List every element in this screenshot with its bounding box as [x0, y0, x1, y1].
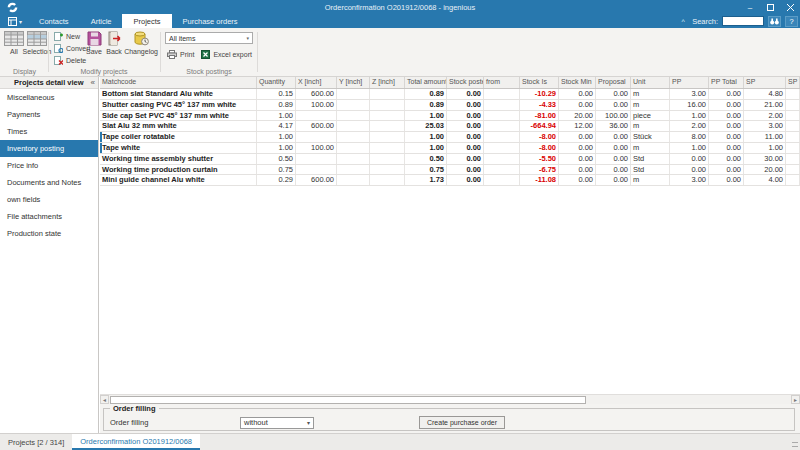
minimize-button[interactable]: – — [740, 0, 760, 14]
sidebar-item-price-info[interactable]: Price info — [0, 157, 98, 174]
scroll-right-button[interactable]: ► — [791, 395, 800, 404]
cell-z — [370, 154, 405, 164]
column-header-stock_min[interactable]: Stock Min — [559, 77, 596, 88]
column-header-y[interactable]: Y [inch] — [337, 77, 370, 88]
cell-z — [370, 100, 405, 110]
cell-pp_total: 0.00 — [709, 121, 744, 131]
column-header-proposal[interactable]: Proposal — [596, 77, 631, 88]
new-button[interactable]: New — [54, 31, 91, 42]
application-menu-button[interactable]: ▾ — [0, 14, 28, 28]
cell-sp: 21.00 — [744, 100, 786, 110]
column-header-matchcode[interactable]: Matchcode — [100, 77, 257, 88]
cell-total: 0.89 — [405, 100, 447, 110]
table-row[interactable]: Side cap Set PVC 45° 137 mm white1.001.0… — [100, 111, 800, 122]
collapse-sidebar-icon[interactable]: « — [91, 78, 95, 87]
sidebar-item-production-state[interactable]: Production state — [0, 225, 98, 242]
cell-pp_total: 0.00 — [709, 175, 744, 185]
column-header-stock_is[interactable]: Stock Is — [520, 77, 559, 88]
sidebar-item-miscellaneous[interactable]: Miscellaneous — [0, 89, 98, 106]
sidebar-item-payments[interactable]: Payments — [0, 106, 98, 123]
menu-bar: ▾ ContactsArticleProjectsPurchase orders… — [0, 14, 800, 28]
table-row[interactable]: Tape white1.00100.001.000.00-8.000.000.0… — [100, 143, 800, 154]
all-button[interactable]: All — [4, 28, 24, 66]
search-input[interactable] — [722, 16, 764, 26]
convert-button[interactable]: Convert — [54, 43, 91, 54]
maximize-button[interactable] — [760, 0, 780, 14]
cell-stock_min: 0.00 — [559, 132, 596, 142]
cell-proposal: 0.00 — [596, 143, 631, 153]
sidebar-item-times[interactable]: Times — [0, 123, 98, 140]
stock-items-filter-dropdown[interactable]: All items ▾ — [165, 32, 253, 44]
table-row[interactable]: Slat Alu 32 mm white4.17600.0025.030.00-… — [100, 121, 800, 132]
cell-from — [484, 111, 520, 121]
menu-tab-article[interactable]: Article — [80, 14, 123, 28]
ribbon-separator — [48, 32, 49, 72]
cell-proposal: 36.00 — [596, 121, 631, 131]
cell-total: 1.00 — [405, 132, 447, 142]
menu-tab-contacts[interactable]: Contacts — [28, 14, 80, 28]
cell-y — [337, 143, 370, 153]
table-row[interactable]: Shutter casing PVC 45° 137 mm white0.891… — [100, 100, 800, 111]
sidebar-item-documents-and-notes[interactable]: Documents and Notes — [0, 174, 98, 191]
resize-grip[interactable] — [792, 442, 798, 447]
bottom-tab-orderconfirmation[interactable]: Orderconfirmation O201912/0068 — [72, 434, 200, 450]
sidebar-item-own-fields[interactable]: own fields — [0, 191, 98, 208]
stock-items-filter-value: All items — [169, 35, 195, 42]
create-purchase-order-button[interactable]: Create purchase order — [419, 416, 505, 429]
excel-export-button[interactable]: Excel export — [201, 50, 252, 59]
cell-quantity: 0.29 — [257, 175, 296, 185]
column-header-total[interactable]: Total amount — [405, 77, 447, 88]
back-button[interactable]: Back — [104, 28, 124, 66]
table-row[interactable]: Bottom slat Standard Alu white0.15600.00… — [100, 89, 800, 100]
ribbon-group-modify-projects: New Convert Delete — [50, 28, 158, 76]
table-row[interactable]: Working time production curtain0.750.750… — [100, 165, 800, 176]
grid-header-row: MatchcodeQuantityX [inch]Y [inch]Z [inch… — [100, 77, 800, 89]
selection-button[interactable]: Selection — [24, 28, 50, 66]
horizontal-scrollbar[interactable]: ◄ ► — [100, 394, 800, 404]
print-button[interactable]: Print — [167, 50, 194, 59]
changelog-database-icon — [133, 31, 149, 46]
menu-tab-projects[interactable]: Projects — [122, 14, 171, 28]
column-header-z[interactable]: Z [inch] — [370, 77, 405, 88]
cell-matchcode: Slat Alu 32 mm white — [100, 121, 257, 131]
column-header-pp_total[interactable]: PP Total — [709, 77, 744, 88]
sidebar-item-inventory-posting[interactable]: Inventory posting — [0, 140, 98, 157]
search-go-button[interactable] — [768, 16, 781, 27]
scroll-left-button[interactable]: ◄ — [100, 395, 109, 404]
table-all-icon — [4, 31, 24, 46]
cell-stock_is: -11.08 — [520, 175, 559, 185]
close-button[interactable] — [780, 0, 800, 14]
cell-unit: Stück — [631, 132, 670, 142]
column-header-x[interactable]: X [inch] — [296, 77, 337, 88]
bottom-tab-projects[interactable]: Projects [2 / 314] — [0, 434, 72, 450]
column-header-sp_to[interactable]: SP To — [786, 77, 800, 88]
cell-sp: 1.00 — [744, 143, 786, 153]
sidebar-item-file-attachments[interactable]: File attachments — [0, 208, 98, 225]
help-button[interactable]: ? — [785, 16, 798, 27]
search-label: Search: — [692, 17, 718, 26]
cell-x: 600.00 — [296, 175, 337, 185]
table-row[interactable]: Mini guide channel Alu white0.29600.001.… — [100, 175, 800, 186]
column-header-unit[interactable]: Unit — [631, 77, 670, 88]
delete-button[interactable]: Delete — [54, 55, 91, 66]
order-filling-dropdown[interactable]: without ▾ — [240, 417, 314, 429]
cell-total: 0.89 — [405, 89, 447, 99]
cell-stock_posted: 0.00 — [447, 89, 484, 99]
column-header-stock_posted[interactable]: Stock posted — [447, 77, 484, 88]
scrollbar-thumb[interactable] — [110, 396, 586, 404]
cell-stock_is: -10.29 — [520, 89, 559, 99]
cell-stock_is: -664.94 — [520, 121, 559, 131]
print-button-label: Print — [180, 51, 194, 58]
cell-pp_total: 0.00 — [709, 165, 744, 175]
convert-icon — [54, 44, 63, 53]
back-door-icon — [107, 31, 122, 46]
column-header-pp[interactable]: PP — [670, 77, 709, 88]
column-header-from[interactable]: from — [484, 77, 520, 88]
changelog-button[interactable]: Changelog — [124, 28, 158, 66]
column-header-quantity[interactable]: Quantity — [257, 77, 296, 88]
table-row[interactable]: Tape coiler rotatable1.001.000.00-8.000.… — [100, 132, 800, 143]
table-row[interactable]: Working time assembly shutter0.500.500.0… — [100, 154, 800, 165]
collapse-ribbon-icon[interactable]: ^ — [678, 18, 688, 25]
column-header-sp[interactable]: SP — [744, 77, 786, 88]
menu-tab-purchase-orders[interactable]: Purchase orders — [172, 14, 249, 28]
